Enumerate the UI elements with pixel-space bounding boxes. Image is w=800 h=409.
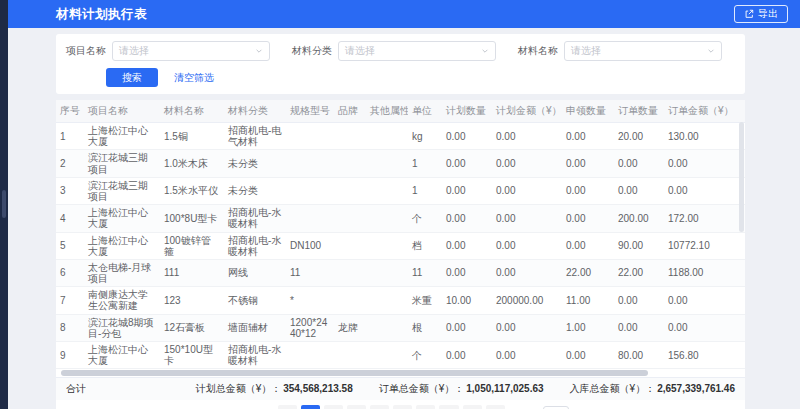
clear-filter-button[interactable]: 清空筛选 bbox=[174, 71, 214, 85]
table-cell: 22.00 bbox=[614, 259, 664, 286]
column-header: 订单数量 bbox=[614, 100, 664, 123]
table-cell: 11.00 bbox=[562, 287, 614, 314]
table-cell: 1.5米水平仪 bbox=[160, 177, 224, 204]
materials-table: 序号项目名称材料名称材料分类规格型号品牌其他属性单位计划数量计划金额（¥）申领数… bbox=[56, 100, 745, 369]
page-button-5[interactable]: 5 bbox=[393, 405, 412, 409]
table-cell: 200000.00 bbox=[492, 287, 562, 314]
table-cell: 滨江花城三期项目 bbox=[84, 150, 160, 177]
vertical-scrollbar-thumb[interactable] bbox=[739, 122, 744, 232]
table-cell: 太仓电梯-月球项目 bbox=[84, 259, 160, 286]
table-cell: 招商机电-电气材料 bbox=[224, 123, 286, 150]
filter-label-category: 材料分类 bbox=[292, 44, 332, 58]
page-ellipsis[interactable]: ... bbox=[439, 405, 458, 409]
page-button-84[interactable]: 84 bbox=[463, 405, 482, 409]
table-cell bbox=[366, 287, 408, 314]
filter-label-project: 项目名称 bbox=[66, 44, 106, 58]
column-header: 规格型号 bbox=[286, 100, 334, 123]
table-cell: 米重 bbox=[408, 287, 442, 314]
table-cell: 0.00 bbox=[614, 287, 664, 314]
table-cell: 8 bbox=[56, 314, 84, 341]
table-cell: 80.00 bbox=[614, 342, 664, 369]
select-placeholder: 请选择 bbox=[571, 44, 601, 58]
page-button-3[interactable]: 3 bbox=[347, 405, 366, 409]
table-cell: 上海松江中心大厦 bbox=[84, 205, 160, 232]
table-cell bbox=[366, 150, 408, 177]
page-button-6[interactable]: 6 bbox=[416, 405, 435, 409]
planned-total-amount: 计划总金额（¥）：354,568,213.58 bbox=[196, 382, 353, 396]
table-cell: 龙牌 bbox=[334, 314, 366, 341]
table-cell: 4 bbox=[56, 205, 84, 232]
filter-actions: 搜索 清空筛选 bbox=[66, 68, 735, 87]
table-panel: 序号项目名称材料名称材料分类规格型号品牌其他属性单位计划数量计划金额（¥）申领数… bbox=[56, 100, 745, 409]
table-cell: 123 bbox=[160, 287, 224, 314]
table-cell: 滨江花城8期项目-分包 bbox=[84, 314, 160, 341]
table-cell bbox=[366, 342, 408, 369]
table-cell: 172.00 bbox=[664, 205, 745, 232]
table-cell: 130.00 bbox=[664, 123, 745, 150]
table-cell: DN100 bbox=[286, 232, 334, 259]
sidebar-handle[interactable] bbox=[2, 190, 6, 218]
table-cell: 0.00 bbox=[562, 205, 614, 232]
prev-page-button[interactable]: ‹ bbox=[278, 405, 297, 409]
table-cell: 100*8U型卡 bbox=[160, 205, 224, 232]
table-cell: 0.00 bbox=[492, 150, 562, 177]
column-header: 材料名称 bbox=[160, 100, 224, 123]
table-header-row: 序号项目名称材料名称材料分类规格型号品牌其他属性单位计划数量计划金额（¥）申领数… bbox=[56, 100, 745, 123]
vertical-scrollbar[interactable] bbox=[739, 122, 744, 361]
table-cell: 11 bbox=[408, 259, 442, 286]
app-root: 材料计划执行表 导出 项目名称 请选择 bbox=[0, 0, 800, 409]
table-cell: 20.00 bbox=[614, 123, 664, 150]
top-bar: 材料计划执行表 导出 bbox=[8, 0, 800, 28]
table-cell: 不锈钢 bbox=[224, 287, 286, 314]
table-cell: 10772.10 bbox=[664, 232, 745, 259]
table-cell: 0.00 bbox=[442, 150, 492, 177]
table-cell bbox=[366, 232, 408, 259]
table-cell: 0.00 bbox=[562, 342, 614, 369]
page-button-1[interactable]: 1 bbox=[301, 405, 320, 409]
table-cell: 0.00 bbox=[664, 314, 745, 341]
table-row: 4上海松江中心大厦100*8U型卡招商机电-水暖材料个0.000.000.002… bbox=[56, 205, 745, 232]
main-area: 材料计划执行表 导出 项目名称 请选择 bbox=[8, 0, 800, 409]
table-cell: 0.00 bbox=[492, 177, 562, 204]
collapsed-sidebar[interactable] bbox=[0, 0, 8, 409]
page-button-4[interactable]: 4 bbox=[370, 405, 389, 409]
table-cell: 网线 bbox=[224, 259, 286, 286]
table-cell bbox=[366, 259, 408, 286]
search-button[interactable]: 搜索 bbox=[106, 68, 158, 87]
material-name-select[interactable]: 请选择 bbox=[564, 41, 722, 61]
column-header: 序号 bbox=[56, 100, 84, 123]
column-header: 其他属性 bbox=[366, 100, 408, 123]
table-cell: 0.00 bbox=[442, 232, 492, 259]
table-cell: 0.00 bbox=[492, 314, 562, 341]
table-cell bbox=[334, 205, 366, 232]
table-cell: 招商机电-水暖材料 bbox=[224, 232, 286, 259]
table-cell: 个 bbox=[408, 205, 442, 232]
table-cell bbox=[334, 287, 366, 314]
page-list: 123456...84 bbox=[301, 405, 481, 409]
table-cell: 0.00 bbox=[664, 287, 745, 314]
material-category-select[interactable]: 请选择 bbox=[338, 41, 496, 61]
column-header: 品牌 bbox=[334, 100, 366, 123]
table-cell: 3 bbox=[56, 177, 84, 204]
table-cell: 0.00 bbox=[664, 177, 745, 204]
table-cell: 未分类 bbox=[224, 177, 286, 204]
horizontal-scrollbar[interactable] bbox=[59, 370, 742, 376]
column-header: 计划金额（¥） bbox=[492, 100, 562, 123]
page-button-2[interactable]: 2 bbox=[324, 405, 343, 409]
project-name-select[interactable]: 请选择 bbox=[112, 41, 270, 61]
column-header: 单位 bbox=[408, 100, 442, 123]
export-button[interactable]: 导出 bbox=[734, 5, 788, 23]
table-cell: 未分类 bbox=[224, 150, 286, 177]
table-body: 1上海松江中心大厦1.5铜招商机电-电气材料kg0.000.000.0020.0… bbox=[56, 123, 745, 369]
table-cell bbox=[366, 205, 408, 232]
table-cell bbox=[334, 150, 366, 177]
next-page-button[interactable]: › bbox=[486, 405, 505, 409]
filter-material-name: 材料名称 请选择 bbox=[518, 41, 722, 61]
table-cell bbox=[286, 342, 334, 369]
table-cell: 7 bbox=[56, 287, 84, 314]
table-cell: 1 bbox=[408, 150, 442, 177]
table-cell: 11 bbox=[286, 259, 334, 286]
table-cell: 0.00 bbox=[442, 314, 492, 341]
table-cell: 1.00 bbox=[562, 314, 614, 341]
horizontal-scrollbar-thumb[interactable] bbox=[61, 370, 648, 376]
